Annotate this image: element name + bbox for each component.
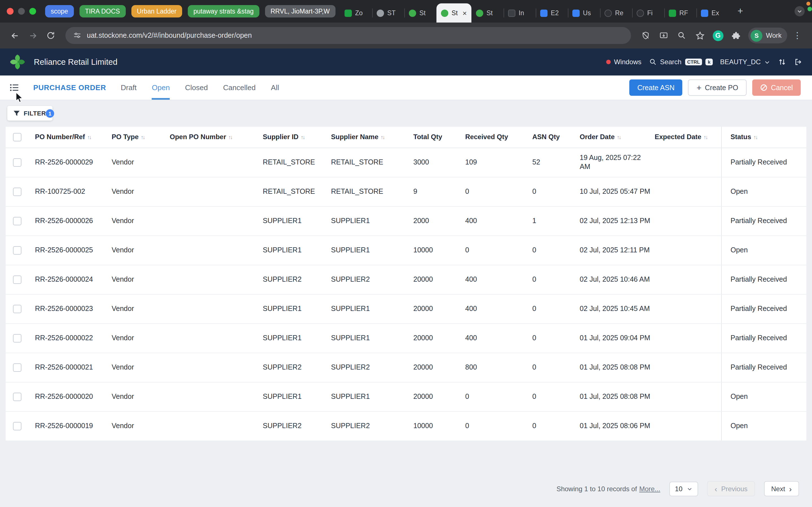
zoom-window-button[interactable] [29,8,36,15]
table-row[interactable]: RR-2526-0000021VendorSUPPLIER2SUPPLIER22… [6,353,806,382]
table-row[interactable]: RR-2526-0000029VendorRETAIL_STORERETAIL_… [6,148,806,177]
tab-group-pill[interactable]: RRVL, JioMart-3P,W [265,5,336,17]
browser-tab[interactable]: Us [568,3,600,22]
cancel-button[interactable]: Cancel [752,79,801,96]
logout-icon[interactable] [794,57,803,66]
table-row[interactable]: RR-2526-0000026VendorSUPPLIER1SUPPLIER12… [6,206,806,235]
cell-supplier-id: SUPPLIER1 [256,206,324,235]
table-row[interactable]: RR-2526-0000022VendorSUPPLIER1SUPPLIER12… [6,323,806,353]
row-checkbox[interactable] [13,334,21,342]
tab-closed[interactable]: Closed [185,75,208,100]
grammarly-extension-icon[interactable]: G [710,27,726,43]
bookmark-star-icon[interactable] [692,27,708,43]
reload-icon[interactable] [43,27,59,43]
column-header-supplier-id[interactable]: Supplier ID↑↓ [256,127,324,148]
column-header-expected-date[interactable]: Expected Date↑↓ [648,127,721,148]
sort-icon[interactable]: ↑↓ [301,134,305,140]
extensions-puzzle-icon[interactable] [728,27,744,43]
table-row[interactable]: RR-2526-0000019VendorSUPPLIER2SUPPLIER21… [6,411,806,441]
global-search[interactable]: Search CTRL k [649,58,713,66]
browser-tab[interactable]: St [404,3,437,22]
table-row[interactable]: RR-2526-0000023VendorSUPPLIER1SUPPLIER12… [6,294,806,323]
browser-profile-chip[interactable]: S Work [748,27,787,43]
table-row[interactable]: RR-2526-0000025VendorSUPPLIER1SUPPLIER11… [6,235,806,265]
tab-cancelled[interactable]: Cancelled [223,75,256,100]
forward-icon[interactable] [25,27,41,43]
url-text[interactable]: uat.stockone.com/v2/#/inbound/purchase-o… [87,32,252,40]
create-asn-button[interactable]: Create ASN [629,79,682,96]
address-bar[interactable]: uat.stockone.com/v2/#/inbound/purchase-o… [65,27,631,44]
tab-group-pill[interactable]: TIRA DOCS [79,5,125,17]
browser-tab[interactable]: Fi [632,3,664,22]
install-cast-icon[interactable] [656,27,672,43]
sort-icon[interactable]: ↑↓ [617,134,620,140]
browser-menu-icon[interactable]: ⋮ [790,27,805,43]
warehouse-selector[interactable]: BEAUTY_DC [720,58,770,66]
sort-icon[interactable]: ↑↓ [703,134,707,140]
create-po-button[interactable]: + Create PO [688,79,747,96]
sort-icon[interactable]: ↑↓ [380,134,384,140]
browser-tab-active[interactable]: St× [437,3,471,22]
tab-search-icon[interactable] [795,6,805,16]
tab-group-pill[interactable]: putaway strats &stag [188,5,259,17]
row-checkbox[interactable] [13,158,21,166]
browser-tab[interactable]: St [471,3,504,22]
site-controls-icon[interactable] [73,32,81,40]
tab-group-pill[interactable]: scope [45,5,73,17]
table-row[interactable]: RR-100725-002VendorRETAIL_STORERETAIL_ST… [6,177,806,206]
browser-tab[interactable]: ST [372,3,404,22]
cell-order-date: 10 Jul, 2025 05:47 PM [573,177,648,206]
row-checkbox[interactable] [13,246,21,255]
new-tab-button[interactable]: + [733,4,748,18]
profile-name: Work [766,32,781,40]
column-header-po-type[interactable]: PO Type↑↓ [105,127,163,148]
column-header-supplier-name[interactable]: Supplier Name↑↓ [324,127,407,148]
close-tab-icon[interactable]: × [462,9,467,17]
filter-count-badge: 1 [46,109,54,118]
browser-tab[interactable]: Zo [340,3,372,22]
minimize-window-button[interactable] [18,8,25,15]
browser-tab[interactable]: In [504,3,536,22]
row-checkbox[interactable] [13,421,21,430]
cell-asn-qty: 0 [525,382,573,411]
back-icon[interactable] [7,27,22,43]
more-records-link[interactable]: More... [639,485,660,493]
row-checkbox[interactable] [13,187,21,196]
column-header-status[interactable]: Status↑↓ [721,127,806,148]
tab-all[interactable]: All [271,75,279,100]
cell-supplier-name: SUPPLIER2 [324,411,407,441]
stockone-favicon-icon [476,9,483,17]
tab-group-pill[interactable]: Urban Ladder [131,5,182,17]
close-window-button[interactable] [7,8,13,15]
column-header-po-number[interactable]: PO Number/Ref↑↓ [28,127,105,148]
tab-open[interactable]: Open [152,75,170,100]
cell-total-qty: 3000 [407,148,458,177]
sort-icon[interactable]: ↑↓ [141,134,145,140]
tab-draft[interactable]: Draft [121,75,137,100]
next-page-button[interactable]: Next › [764,481,799,496]
previous-page-button[interactable]: ‹ Previous [707,481,755,496]
row-checkbox[interactable] [13,304,21,313]
select-all-checkbox[interactable] [13,133,21,142]
sort-icon[interactable]: ↑↓ [87,134,91,140]
browser-tab[interactable]: E2 [536,3,568,22]
zoom-search-icon[interactable] [674,27,690,43]
column-header-received-qty: Received Qty [458,127,525,148]
column-header-order-date[interactable]: Order Date↑↓ [573,127,648,148]
row-checkbox[interactable] [13,217,21,225]
sort-icon[interactable]: ↑↓ [229,134,232,140]
browser-tab[interactable]: Ex [696,3,728,22]
browser-tab[interactable]: RF [664,3,696,22]
row-checkbox[interactable] [13,392,21,401]
page-size-select[interactable]: 10 [669,482,698,496]
column-header-open-po-number[interactable]: Open PO Number↑↓ [163,127,256,148]
table-row[interactable]: RR-2526-0000024VendorSUPPLIER2SUPPLIER22… [6,265,806,294]
table-row[interactable]: RR-2526-0000020VendorSUPPLIER1SUPPLIER12… [6,382,806,411]
sort-toggle-icon[interactable] [777,57,786,66]
row-checkbox[interactable] [13,275,21,284]
vpn-shield-icon[interactable] [638,27,654,43]
row-checkbox[interactable] [13,363,21,372]
browser-tab[interactable]: Re [600,3,632,22]
sort-icon[interactable]: ↑↓ [753,134,757,140]
cell-total-qty: 10000 [407,411,458,441]
